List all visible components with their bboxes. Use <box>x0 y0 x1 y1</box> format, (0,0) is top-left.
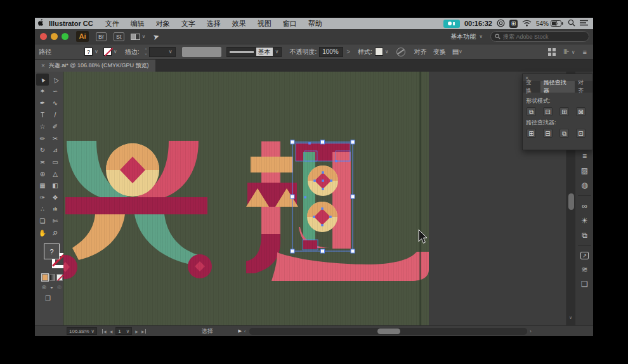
paintbrush-tool[interactable]: ✐ <box>49 120 62 133</box>
scale-tool[interactable]: ⊿ <box>49 145 62 157</box>
tab-align[interactable]: 对齐 <box>575 81 592 93</box>
menu-object[interactable]: 对象 <box>150 19 176 29</box>
appearance-panel-icon[interactable]: ☀ <box>581 216 588 225</box>
tab-pathfinder[interactable]: 路径查找器 <box>540 81 575 93</box>
direct-selection-tool[interactable]: △ <box>49 74 62 86</box>
export-panel-icon[interactable]: ↗ <box>580 252 589 259</box>
trim-button[interactable]: ⊟ <box>543 129 553 138</box>
transform-link[interactable]: 变换 <box>433 48 446 56</box>
exclude-button[interactable]: ⊠ <box>576 107 585 116</box>
align-link[interactable]: 对齐 <box>414 48 427 56</box>
mesh-tool[interactable]: ▦ <box>36 179 49 192</box>
minus-front-button[interactable]: ⊟ <box>543 107 553 116</box>
document-arrangement-button[interactable]: ∨ <box>131 34 146 40</box>
perspective-grid-tool[interactable]: △ <box>49 168 62 180</box>
spotlight-search-icon[interactable] <box>568 19 575 28</box>
hand-tool[interactable]: ✋ <box>36 227 49 239</box>
document-tab[interactable]: × 兴趣.ai* @ 106.88% (CMYK/GPU 预览) <box>35 60 155 72</box>
menu-type[interactable]: 文字 <box>176 19 201 29</box>
menu-view[interactable]: 视图 <box>252 19 277 29</box>
control-list-icon[interactable] <box>580 20 588 27</box>
wifi-icon[interactable] <box>522 20 532 28</box>
divide-button[interactable]: ⊞ <box>527 129 536 138</box>
artboard-number-field[interactable]: 1 ∨ <box>115 327 132 335</box>
shape-builder-tool[interactable]: ⊕ <box>36 168 49 180</box>
artboard-tool[interactable]: ❏ <box>36 215 49 227</box>
menu-select[interactable]: 选择 <box>201 19 226 29</box>
menu-app-name[interactable]: Illustrator CC <box>48 20 100 27</box>
gradient-panel-icon[interactable]: ▨ <box>581 166 588 175</box>
stock-search-input[interactable] <box>503 34 579 40</box>
fill-indicator-unknown[interactable]: ? <box>44 244 60 259</box>
color-button[interactable] <box>42 274 48 281</box>
draw-normal-mode[interactable]: ◎ <box>41 284 47 290</box>
input-method-icon[interactable]: ⊞ <box>509 20 518 28</box>
control-panel-menu-icon[interactable]: ≡ <box>583 48 587 56</box>
horizontal-scrollbar[interactable] <box>249 328 527 335</box>
battery-indicator[interactable]: 54% <box>536 20 563 27</box>
next-artboard-button[interactable]: ▶ <box>135 329 138 334</box>
gradient-button[interactable] <box>49 274 56 281</box>
screen-mode-button[interactable]: ❐ <box>45 295 63 302</box>
intersect-button[interactable]: ⊞ <box>559 107 569 116</box>
status-expand-arrow[interactable]: ▶ <box>239 328 242 334</box>
fill-color-swatch[interactable]: ? <box>84 48 93 56</box>
screen-recording-indicator[interactable] <box>443 20 460 28</box>
curvature-tool[interactable]: ∿ <box>49 97 62 109</box>
artwork-canvas[interactable] <box>63 72 566 325</box>
stroke-color-swatch[interactable] <box>103 48 112 56</box>
stock-button[interactable]: St <box>114 32 124 41</box>
selection-tool[interactable]: ▲ <box>36 74 49 86</box>
tab-transform[interactable]: 变换 <box>523 81 540 93</box>
gradient-tool[interactable]: ◧ <box>49 179 62 192</box>
symbol-sprayer-tool[interactable]: ∴ <box>36 204 49 216</box>
last-artboard-button[interactable]: ▶ <box>141 329 146 334</box>
type-tool[interactable]: T <box>36 109 49 121</box>
creative-cloud-menu-icon[interactable] <box>497 19 505 29</box>
eyedropper-tool[interactable]: ✑ <box>36 192 49 204</box>
merge-button[interactable]: ⧉ <box>559 129 569 138</box>
opacity-more-arrow[interactable]: > <box>346 48 350 55</box>
chevron-down-icon[interactable]: ∨ <box>95 49 98 55</box>
free-transform-tool[interactable]: ▭ <box>49 156 62 168</box>
width-tool[interactable]: ≍ <box>36 156 49 168</box>
scissors-tool[interactable]: ✂ <box>49 133 62 145</box>
close-icon[interactable]: × <box>41 62 45 69</box>
star-shape-tool[interactable]: ☆ <box>36 120 49 133</box>
stroke-weight-stepper[interactable]: ⌃⌄ <box>145 49 148 55</box>
slice-tool[interactable]: ✄ <box>49 215 62 227</box>
first-artboard-button[interactable]: ◀ <box>102 329 107 334</box>
transparency-panel-icon[interactable]: ◍ <box>581 181 587 190</box>
zoom-tool[interactable]: ⚲ <box>49 227 62 239</box>
rotate-tool[interactable]: ↻ <box>36 145 49 157</box>
line-segment-tool[interactable]: / <box>49 109 62 121</box>
draw-inside-mode[interactable]: ◎ <box>56 284 62 290</box>
scroll-right-icon[interactable]: › <box>530 329 531 334</box>
scroll-left-icon[interactable]: ‹ <box>244 329 245 334</box>
artboards-panel-icon[interactable]: ❏ <box>581 280 588 289</box>
variable-width-profile[interactable]: 基本 ∨ <box>226 47 282 57</box>
cc-libraries-panel-icon[interactable]: ∞ <box>582 202 587 211</box>
adobe-stock-search[interactable] <box>490 31 589 42</box>
crop-button[interactable]: ⊡ <box>576 129 585 138</box>
recolor-artwork-icon[interactable] <box>396 48 405 56</box>
properties-panel-icon[interactable]: ≡ <box>582 152 587 160</box>
vertical-scrollbar-thumb[interactable] <box>568 193 574 210</box>
menu-edit[interactable]: 编辑 <box>125 19 150 29</box>
stroke-weight-field[interactable]: ∨ <box>149 47 176 57</box>
canvas[interactable] <box>63 72 566 325</box>
menu-effect[interactable]: 效果 <box>226 19 252 29</box>
pathfinder-panel-icon[interactable]: ⧉ <box>582 231 587 240</box>
window-zoom-button[interactable] <box>62 33 69 40</box>
share-icon[interactable]: ➤ <box>152 31 160 42</box>
scroll-down-icon[interactable]: ∨ <box>569 315 572 320</box>
chevron-down-icon[interactable]: ∨ <box>114 49 117 55</box>
zoom-level-dropdown[interactable]: 106.88% ∨ <box>67 327 97 335</box>
window-close-button[interactable] <box>40 33 47 40</box>
pencil-tool[interactable]: ✏ <box>36 133 49 145</box>
arrange-documents-icon[interactable] <box>548 48 556 56</box>
opacity-field[interactable]: 100% <box>319 47 343 57</box>
brush-definition-preview[interactable] <box>182 47 221 57</box>
bridge-button[interactable]: Br <box>96 32 107 41</box>
column-graph-tool[interactable]: ılı <box>49 204 62 216</box>
